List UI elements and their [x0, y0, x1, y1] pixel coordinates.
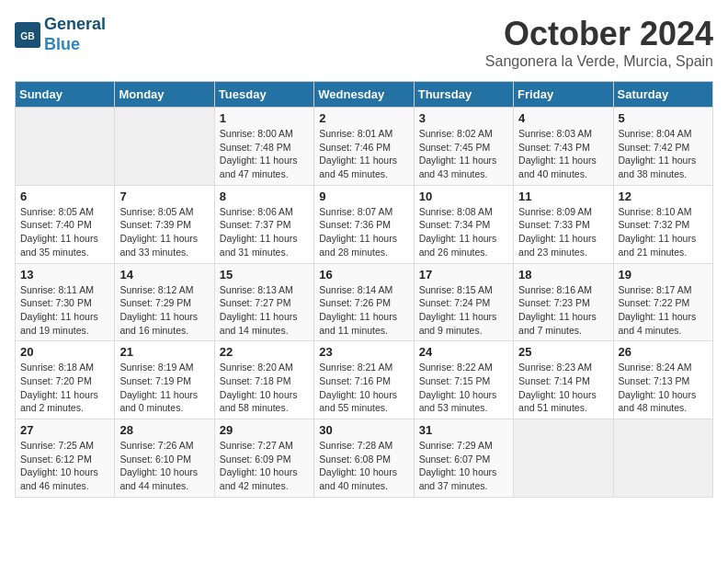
day-number: 17: [419, 268, 508, 282]
calendar-cell: 28Sunrise: 7:26 AM Sunset: 6:10 PM Dayli…: [115, 419, 214, 498]
day-info: Sunrise: 8:24 AM Sunset: 7:13 PM Dayligh…: [619, 361, 708, 415]
day-number: 8: [220, 190, 309, 203]
logo-text: General Blue: [44, 15, 106, 54]
day-number: 24: [419, 345, 508, 359]
title-block: October 2024 Sangonera la Verde, Murcia,…: [485, 15, 713, 70]
calendar-week-row: 1Sunrise: 8:00 AM Sunset: 7:48 PM Daylig…: [16, 108, 713, 186]
day-number: 4: [518, 111, 608, 125]
day-info: Sunrise: 8:19 AM Sunset: 7:19 PM Dayligh…: [119, 361, 209, 415]
calendar-cell: 11Sunrise: 8:09 AM Sunset: 7:33 PM Dayli…: [514, 185, 613, 263]
weekday-header: Tuesday: [214, 82, 313, 108]
day-info: Sunrise: 7:26 AM Sunset: 6:10 PM Dayligh…: [119, 439, 209, 493]
day-info: Sunrise: 8:00 AM Sunset: 7:48 PM Dayligh…: [220, 127, 309, 181]
calendar-cell: 14Sunrise: 8:12 AM Sunset: 7:29 PM Dayli…: [115, 263, 214, 341]
calendar-table: SundayMondayTuesdayWednesdayThursdayFrid…: [15, 81, 713, 498]
day-number: 23: [319, 345, 408, 359]
day-number: 22: [220, 345, 309, 359]
day-number: 21: [119, 345, 209, 359]
calendar-body: 1Sunrise: 8:00 AM Sunset: 7:48 PM Daylig…: [16, 108, 713, 498]
day-number: 19: [619, 268, 708, 282]
calendar-cell: 4Sunrise: 8:03 AM Sunset: 7:43 PM Daylig…: [514, 108, 613, 186]
weekday-header: Friday: [514, 82, 613, 108]
day-info: Sunrise: 8:18 AM Sunset: 7:20 PM Dayligh…: [20, 361, 109, 415]
calendar-cell: 7Sunrise: 8:05 AM Sunset: 7:39 PM Daylig…: [115, 185, 214, 263]
calendar-cell: 30Sunrise: 7:28 AM Sunset: 6:08 PM Dayli…: [314, 419, 414, 498]
calendar-cell: 27Sunrise: 7:25 AM Sunset: 6:12 PM Dayli…: [16, 419, 115, 498]
day-info: Sunrise: 8:05 AM Sunset: 7:40 PM Dayligh…: [20, 205, 109, 259]
day-info: Sunrise: 8:14 AM Sunset: 7:26 PM Dayligh…: [319, 283, 408, 338]
calendar-cell: 5Sunrise: 8:04 AM Sunset: 7:42 PM Daylig…: [613, 108, 712, 186]
day-info: Sunrise: 8:20 AM Sunset: 7:18 PM Dayligh…: [220, 361, 309, 415]
day-number: 6: [20, 190, 109, 203]
calendar-cell: 17Sunrise: 8:15 AM Sunset: 7:24 PM Dayli…: [414, 263, 513, 341]
day-info: Sunrise: 7:27 AM Sunset: 6:09 PM Dayligh…: [220, 439, 309, 493]
calendar-cell: 24Sunrise: 8:22 AM Sunset: 7:15 PM Dayli…: [414, 341, 513, 419]
day-number: 12: [619, 190, 708, 203]
calendar-cell: 3Sunrise: 8:02 AM Sunset: 7:45 PM Daylig…: [414, 108, 513, 186]
weekday-header: Saturday: [613, 82, 712, 108]
calendar-cell: 10Sunrise: 8:08 AM Sunset: 7:34 PM Dayli…: [414, 185, 513, 263]
calendar-cell: 25Sunrise: 8:23 AM Sunset: 7:14 PM Dayli…: [514, 341, 613, 419]
calendar-cell: 22Sunrise: 8:20 AM Sunset: 7:18 PM Dayli…: [214, 341, 313, 419]
calendar-cell: 29Sunrise: 7:27 AM Sunset: 6:09 PM Dayli…: [214, 419, 313, 498]
logo: GB General Blue: [15, 15, 106, 54]
calendar-cell: 18Sunrise: 8:16 AM Sunset: 7:23 PM Dayli…: [514, 263, 613, 341]
calendar-cell: 31Sunrise: 7:29 AM Sunset: 6:07 PM Dayli…: [414, 419, 513, 498]
calendar-cell: 8Sunrise: 8:06 AM Sunset: 7:37 PM Daylig…: [214, 185, 313, 263]
calendar-cell: [514, 419, 613, 498]
day-info: Sunrise: 8:23 AM Sunset: 7:14 PM Dayligh…: [518, 361, 608, 415]
calendar-cell: 9Sunrise: 8:07 AM Sunset: 7:36 PM Daylig…: [314, 185, 414, 263]
location: Sangonera la Verde, Murcia, Spain: [485, 53, 713, 70]
calendar-cell: [613, 419, 712, 498]
calendar-cell: 16Sunrise: 8:14 AM Sunset: 7:26 PM Dayli…: [314, 263, 414, 341]
calendar-cell: 20Sunrise: 8:18 AM Sunset: 7:20 PM Dayli…: [16, 341, 115, 419]
day-number: 7: [119, 190, 209, 203]
calendar-week-row: 13Sunrise: 8:11 AM Sunset: 7:30 PM Dayli…: [16, 263, 713, 341]
day-number: 13: [20, 268, 109, 282]
day-info: Sunrise: 8:04 AM Sunset: 7:42 PM Dayligh…: [619, 127, 708, 181]
day-number: 15: [220, 268, 309, 282]
day-info: Sunrise: 8:01 AM Sunset: 7:46 PM Dayligh…: [319, 127, 408, 181]
calendar-cell: [115, 108, 214, 186]
day-info: Sunrise: 8:05 AM Sunset: 7:39 PM Dayligh…: [119, 205, 209, 259]
day-number: 2: [319, 111, 408, 125]
page-header: GB General Blue October 2024 Sangonera l…: [15, 15, 713, 70]
day-info: Sunrise: 8:07 AM Sunset: 7:36 PM Dayligh…: [319, 205, 408, 259]
day-number: 20: [20, 345, 109, 359]
day-number: 28: [119, 423, 209, 437]
calendar-cell: 1Sunrise: 8:00 AM Sunset: 7:48 PM Daylig…: [214, 108, 313, 186]
calendar-cell: 2Sunrise: 8:01 AM Sunset: 7:46 PM Daylig…: [314, 108, 414, 186]
calendar-header-row: SundayMondayTuesdayWednesdayThursdayFrid…: [16, 82, 713, 108]
weekday-header: Sunday: [16, 82, 115, 108]
calendar-cell: 23Sunrise: 8:21 AM Sunset: 7:16 PM Dayli…: [314, 341, 414, 419]
day-info: Sunrise: 8:13 AM Sunset: 7:27 PM Dayligh…: [220, 283, 309, 338]
day-number: 29: [220, 423, 309, 437]
logo-icon: GB: [15, 22, 40, 48]
day-info: Sunrise: 7:28 AM Sunset: 6:08 PM Dayligh…: [319, 439, 408, 493]
day-info: Sunrise: 7:29 AM Sunset: 6:07 PM Dayligh…: [419, 439, 508, 493]
day-number: 10: [419, 190, 508, 203]
calendar-cell: 6Sunrise: 8:05 AM Sunset: 7:40 PM Daylig…: [16, 185, 115, 263]
day-number: 30: [319, 423, 408, 437]
day-number: 18: [518, 268, 608, 282]
day-number: 5: [619, 111, 708, 125]
day-info: Sunrise: 8:03 AM Sunset: 7:43 PM Dayligh…: [518, 127, 608, 181]
calendar-cell: [16, 108, 115, 186]
day-info: Sunrise: 8:12 AM Sunset: 7:29 PM Dayligh…: [119, 283, 209, 338]
day-info: Sunrise: 7:25 AM Sunset: 6:12 PM Dayligh…: [20, 439, 109, 493]
svg-text:GB: GB: [20, 30, 34, 40]
day-info: Sunrise: 8:17 AM Sunset: 7:22 PM Dayligh…: [619, 283, 708, 338]
calendar-cell: 15Sunrise: 8:13 AM Sunset: 7:27 PM Dayli…: [214, 263, 313, 341]
weekday-header: Wednesday: [314, 82, 414, 108]
calendar-week-row: 6Sunrise: 8:05 AM Sunset: 7:40 PM Daylig…: [16, 185, 713, 263]
day-info: Sunrise: 8:15 AM Sunset: 7:24 PM Dayligh…: [419, 283, 508, 338]
day-info: Sunrise: 8:02 AM Sunset: 7:45 PM Dayligh…: [419, 127, 508, 181]
calendar-cell: 13Sunrise: 8:11 AM Sunset: 7:30 PM Dayli…: [16, 263, 115, 341]
day-number: 14: [119, 268, 209, 282]
month-title: October 2024: [485, 15, 713, 53]
calendar-cell: 26Sunrise: 8:24 AM Sunset: 7:13 PM Dayli…: [613, 341, 712, 419]
day-info: Sunrise: 8:11 AM Sunset: 7:30 PM Dayligh…: [20, 283, 109, 338]
day-number: 16: [319, 268, 408, 282]
day-info: Sunrise: 8:09 AM Sunset: 7:33 PM Dayligh…: [518, 205, 608, 259]
weekday-header: Monday: [115, 82, 214, 108]
